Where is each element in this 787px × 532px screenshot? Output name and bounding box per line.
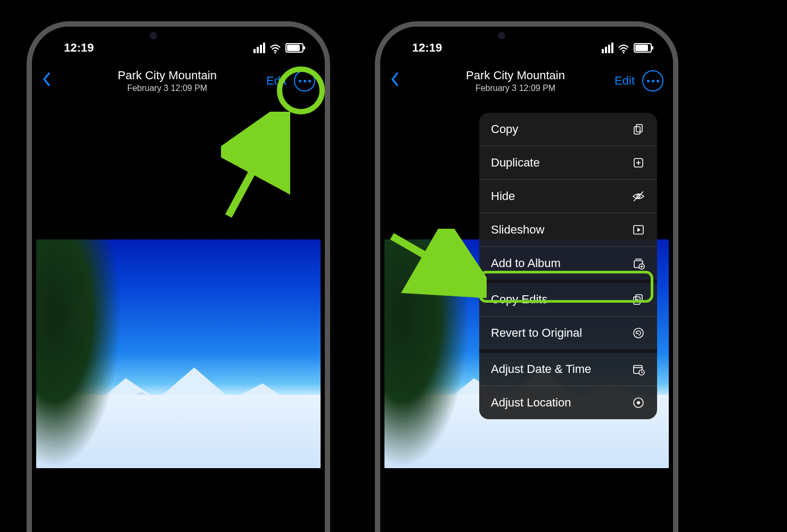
menu-item-adjust-location[interactable]: Adjust Location [479,386,657,419]
svg-line-9 [634,192,643,201]
menu-item-adjust-date-time[interactable]: Adjust Date & Time [479,353,657,386]
menu-item-copy[interactable]: Copy [479,113,657,146]
photo-title: Park City Mountain [63,69,272,82]
menu-item-revert-to-original[interactable]: Revert to Original [479,317,657,353]
hide-eye-icon [632,189,645,203]
menu-item-label: Add to Album [491,256,561,270]
menu-item-label: Duplicate [491,156,540,170]
svg-line-25 [642,372,643,373]
status-time: 12:19 [412,41,442,55]
svg-point-27 [637,401,640,404]
menu-item-slideshow[interactable]: Slideshow [479,213,657,247]
battery-icon [285,43,304,53]
nav-bar: Park City Mountain February 3 12:09 PM E… [32,62,325,100]
photo-subtitle: February 3 12:09 PM [411,84,620,93]
album-add-icon [632,256,645,270]
more-options-menu: Copy Duplicate Hide Slideshow Add to Alb… [479,113,657,419]
nav-bar: Park City Mountain February 3 12:09 PM E… [380,62,673,100]
side-button [27,170,28,213]
menu-item-label: Copy [491,122,518,136]
photo-subtitle: February 3 12:09 PM [63,84,272,93]
photo-preview[interactable] [36,239,321,468]
menu-item-label: Hide [491,189,515,203]
side-button [27,223,28,266]
more-options-button[interactable] [642,70,663,92]
battery-icon [634,43,652,53]
iphone-mockup-left: 12:19 Park City Mountain February 3 12:0… [27,21,330,532]
status-time: 12:19 [64,41,94,55]
status-right [602,43,652,53]
menu-item-label: Adjust Location [491,396,571,410]
back-chevron-icon[interactable] [390,71,406,92]
menu-item-label: Copy Edits [491,293,547,306]
cellular-signal-icon [253,43,265,53]
svg-point-2 [623,52,625,54]
wifi-icon [618,43,629,53]
side-button [677,149,678,192]
menu-item-add-to-album[interactable]: Add to Album [479,247,657,283]
copy-pages-icon [632,122,645,136]
side-button [329,181,330,245]
side-button [677,112,678,136]
wifi-icon [269,43,281,53]
menu-item-copy-edits[interactable]: Copy Edits [479,283,657,317]
menu-item-label: Slideshow [491,223,544,237]
notch [125,26,232,48]
location-pin-icon [632,396,645,410]
svg-rect-4 [634,127,640,134]
revert-icon [632,326,645,340]
cellular-signal-icon [602,43,613,53]
back-chevron-icon[interactable] [42,71,58,92]
svg-point-20 [634,328,643,338]
svg-rect-17 [634,297,640,304]
status-right [253,43,304,53]
iphone-mockup-right: 12:19 Park City Mountain February 3 12:0… [375,21,678,532]
screen-left: 12:19 Park City Mountain February 3 12:0… [32,27,325,532]
photo-title: Park City Mountain [411,69,620,82]
more-options-button[interactable] [294,70,315,92]
side-button [677,202,678,245]
menu-item-label: Adjust Date & Time [491,362,591,376]
svg-point-0 [275,52,276,54]
calendar-clock-icon [632,362,645,376]
menu-item-duplicate[interactable]: Duplicate [479,146,657,180]
side-button [27,128,28,152]
play-box-icon [632,223,645,237]
duplicate-plus-icon [632,156,645,170]
svg-rect-3 [636,124,642,132]
screen-right: 12:19 Park City Mountain February 3 12:0… [380,27,673,532]
notch [473,26,580,48]
title-block: Park City Mountain February 3 12:09 PM [411,69,620,93]
copy-edits-icon [632,293,645,306]
title-block: Park City Mountain February 3 12:09 PM [63,69,272,93]
menu-item-hide[interactable]: Hide [479,180,657,213]
menu-item-label: Revert to Original [491,326,582,340]
